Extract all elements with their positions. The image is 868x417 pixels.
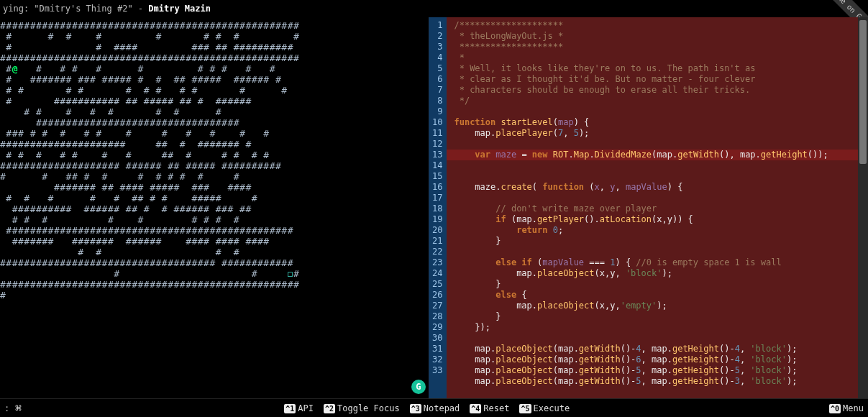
code-line[interactable]: map.placeObject(x,y,'empty');	[454, 301, 667, 311]
code-line[interactable]: }	[454, 236, 501, 246]
code-line[interactable]: *	[454, 52, 464, 63]
code-line[interactable]: * characters should be enough to erase a…	[454, 85, 750, 95]
prompt-colon: :	[4, 403, 9, 413]
code-line[interactable]: maze.create( function (x, y, mapValue) {	[454, 182, 682, 192]
code-line[interactable]: map.placeObject(x,y, 'block');	[454, 268, 672, 278]
status-key: ^4	[470, 404, 481, 413]
code-line[interactable]: map.placeObject(map.getWidth()-5, map.ge…	[454, 376, 797, 386]
code-line[interactable]: else {	[454, 290, 526, 300]
code-line[interactable]: * Well, it looks like they're on to us. …	[454, 63, 755, 73]
line-gutter: 1234567891011121314151617181920212223242…	[429, 17, 447, 398]
status-label: Notepad	[424, 403, 460, 413]
status-action-1[interactable]: ^2Toggle Focus	[324, 403, 400, 413]
code-line[interactable]: map.placeObject(map.getWidth()-6, map.ge…	[454, 354, 797, 365]
status-label: Toggle Focus	[337, 403, 400, 413]
code-line[interactable]: }	[454, 279, 501, 289]
scrollbar-thumb[interactable]	[859, 20, 867, 164]
command-key-icon: ⌘	[15, 402, 22, 415]
code-line[interactable]: * clear as I thought it'd be. But no mat…	[454, 74, 755, 84]
code-line[interactable]: */	[454, 96, 470, 106]
status-action-0[interactable]: ^1API	[284, 403, 314, 413]
code-line[interactable]: // don't write maze over player	[454, 203, 657, 214]
status-key: ^2	[324, 404, 335, 413]
code-editor[interactable]: 1234567891011121314151617181920212223242…	[429, 17, 868, 398]
code-line[interactable]: var maze = new ROT.Map.DividedMaze(map.g…	[447, 150, 858, 160]
status-bar: : ⌘ ^1API^2Toggle Focus^3Notepad^4Reset^…	[0, 398, 868, 417]
menu-button[interactable]: ^0Menu	[829, 403, 864, 413]
status-key: ^3	[410, 404, 421, 413]
status-label: Execute	[534, 403, 570, 413]
code-line[interactable]: map.placeObject(map.getWidth()-5, map.ge…	[454, 365, 797, 375]
status-label: API	[298, 403, 314, 413]
status-key: ^1	[284, 404, 296, 413]
now-playing-artist: Dmitry Mazin	[148, 4, 211, 14]
code-line[interactable]: * theLongWayOut.js *	[454, 31, 563, 41]
code-line[interactable]: }	[454, 311, 501, 321]
code-line[interactable]: function startLevel(map) {	[454, 117, 589, 127]
now-playing-bar: ying: "Dmitry's Thing #2" - Dmitry Mazin	[0, 0, 868, 17]
menu-label: Menu	[843, 403, 864, 413]
grammarly-icon[interactable]: G	[411, 380, 426, 394]
code-line[interactable]: });	[454, 322, 490, 332]
code-line[interactable]: else if (mapValue === 1) { //0 is empty …	[454, 257, 781, 267]
code-line[interactable]: /********************	[454, 20, 563, 30]
menu-key: ^0	[829, 404, 841, 413]
editor-scrollbar[interactable]	[858, 17, 868, 398]
status-key: ^5	[519, 404, 531, 413]
code-area[interactable]: /******************** * theLongWayOut.js…	[447, 17, 858, 398]
code-line[interactable]: return 0;	[454, 225, 563, 235]
code-line[interactable]: ********************	[454, 42, 563, 52]
status-action-3[interactable]: ^4Reset	[470, 403, 509, 413]
status-action-4[interactable]: ^5Execute	[519, 403, 570, 413]
status-action-2[interactable]: ^3Notepad	[410, 403, 460, 413]
code-line[interactable]: map.placePlayer(7, 5);	[454, 128, 589, 138]
status-label: Reset	[483, 403, 509, 413]
game-map[interactable]: ########################################…	[0, 17, 429, 398]
code-line[interactable]: map.placeObject(map.getWidth()-4, map.ge…	[454, 344, 797, 354]
workspace: ########################################…	[0, 17, 868, 398]
code-line[interactable]: if (map.getPlayer().atLocation(x,y)) {	[454, 214, 693, 224]
now-playing-prefix: ying: "Dmitry's Thing #2" -	[3, 4, 148, 14]
